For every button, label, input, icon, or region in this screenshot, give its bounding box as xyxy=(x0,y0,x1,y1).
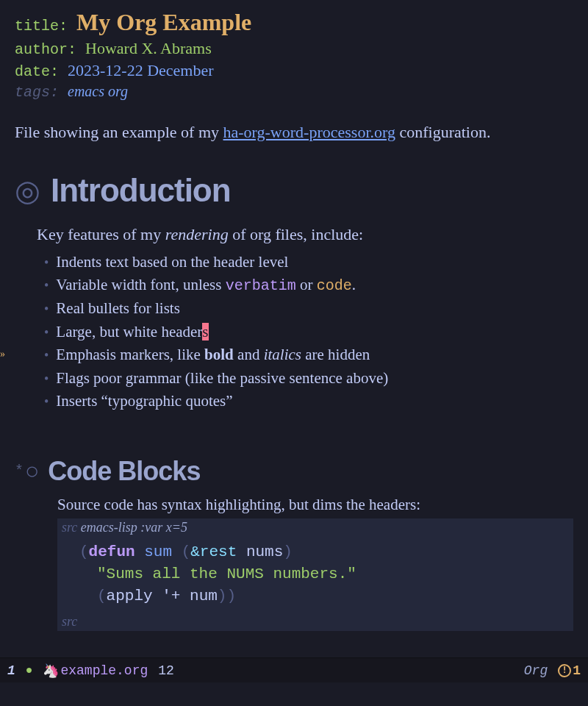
list-item: • Indents text based on the header level xyxy=(44,251,573,274)
meta-author-line: author: Howard X. Abrams xyxy=(15,39,573,58)
list-item: • Variable width font, unless verbatim o… xyxy=(44,274,573,297)
source-code-block[interactable]: (defun sum (&rest nums) "Sums all the NU… xyxy=(57,537,573,613)
meta-title-line: title: My Org Example xyxy=(15,9,573,36)
list-item: » • Emphasis markers, like bold and ital… xyxy=(44,343,573,367)
bullet-icon: • xyxy=(44,346,49,366)
meta-author-key: author: xyxy=(15,41,76,58)
verbatim-text: verbatim xyxy=(226,277,296,294)
unicorn-icon: 🦄 xyxy=(43,663,59,679)
bullet-icon: • xyxy=(44,253,49,273)
src-block-end: src xyxy=(57,613,573,631)
meta-title-key: title: xyxy=(15,18,68,35)
meta-tags-key: tags: xyxy=(15,84,59,101)
src-block-begin: src emacs-lisp :var x=5 xyxy=(57,518,573,537)
fringe-indicator-icon: » xyxy=(0,346,5,362)
bullet-icon: • xyxy=(44,392,49,412)
bullet-icon: • xyxy=(44,299,49,319)
major-mode[interactable]: Org xyxy=(524,663,548,678)
intro-paragraph: File showing an example of my ha-org-wor… xyxy=(15,121,573,144)
feature-list: • Indents text based on the header level… xyxy=(37,251,573,413)
meta-title-value: My Org Example xyxy=(76,9,251,35)
list-item: • Flags poor grammar (like the passive s… xyxy=(44,367,573,391)
minibuffer[interactable] xyxy=(0,682,588,706)
org-star: * xyxy=(15,463,24,479)
meta-author-value: Howard X. Abrams xyxy=(85,39,212,57)
list-item: • Inserts “typographic quotes” xyxy=(44,390,573,413)
editor-buffer[interactable]: title: My Org Example author: Howard X. … xyxy=(0,0,588,646)
list-item: • Large, but white headers xyxy=(44,321,573,344)
line-number: 12 xyxy=(158,663,174,678)
meta-tags-line: tags: emacs org xyxy=(15,83,573,101)
heading-bullet-icon: ◎ xyxy=(15,174,40,207)
meta-tags-value: emacs org xyxy=(68,83,128,99)
section-code-blocks: * ○ Code Blocks Source code has syntax h… xyxy=(15,456,573,631)
heading-introduction: ◎ Introduction xyxy=(15,172,573,209)
heading-code-blocks: * ○ Code Blocks xyxy=(15,456,573,487)
section2-para: Source code has syntax highlighting, but… xyxy=(57,496,573,514)
text-cursor: s xyxy=(202,323,208,340)
flycheck-warning[interactable]: ! 1 xyxy=(558,663,581,678)
modeline[interactable]: 1 ● 🦄 example.org 12 Org ! 1 xyxy=(0,657,588,682)
bullet-icon: • xyxy=(44,276,49,296)
config-link[interactable]: ha-org-word-processor.org xyxy=(223,123,395,141)
modified-indicator-icon: ● xyxy=(26,664,33,677)
window-number: 1 xyxy=(7,663,15,678)
bullet-icon: • xyxy=(44,369,49,389)
buffer-filename[interactable]: example.org xyxy=(60,663,148,678)
meta-date-key: date: xyxy=(15,63,59,80)
warning-icon: ! xyxy=(558,664,571,677)
heading-bullet-icon: ○ xyxy=(25,457,39,485)
meta-date-line: date: 2023-12-22 December xyxy=(15,61,573,80)
section1-lead: Key features of my rendering of org file… xyxy=(37,224,573,246)
code-text: code xyxy=(317,277,352,294)
bullet-icon: • xyxy=(44,323,49,343)
meta-date-value: 2023-12-22 December xyxy=(68,61,214,79)
list-item: • Real bullets for lists xyxy=(44,297,573,321)
